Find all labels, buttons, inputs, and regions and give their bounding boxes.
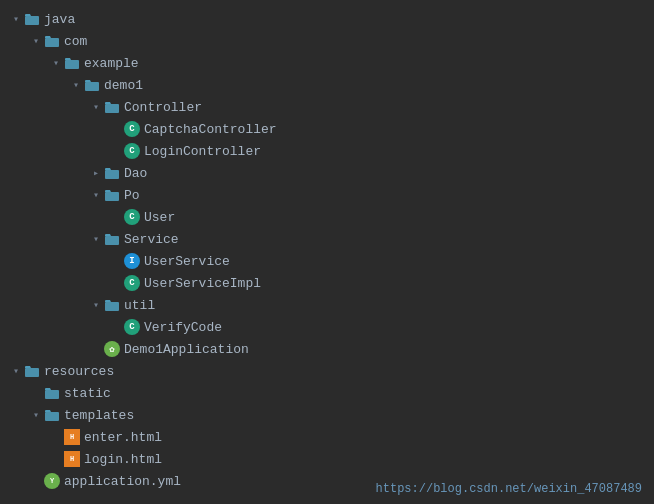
tree-item-User[interactable]: C User xyxy=(0,206,654,228)
item-label-container: H enter.html xyxy=(64,429,162,445)
item-label-container: H login.html xyxy=(64,451,162,467)
tree-item-Dao[interactable]: Dao xyxy=(0,162,654,184)
expand-arrow xyxy=(88,99,104,115)
tree-item-Service[interactable]: Service xyxy=(0,228,654,250)
item-label-container: java xyxy=(24,11,75,27)
tree-item-login.html[interactable]: H login.html xyxy=(0,448,654,470)
tree-item-Po[interactable]: Po xyxy=(0,184,654,206)
no-arrow xyxy=(28,473,44,489)
spring-icon: ✿ xyxy=(104,341,120,357)
svg-rect-11 xyxy=(45,412,59,421)
tree-item-example[interactable]: example xyxy=(0,52,654,74)
svg-rect-3 xyxy=(85,82,99,91)
no-arrow xyxy=(108,121,124,137)
tree-item-com[interactable]: com xyxy=(0,30,654,52)
no-arrow xyxy=(48,429,64,445)
no-arrow xyxy=(108,319,124,335)
item-label-container: templates xyxy=(44,407,134,423)
item-text: CaptchaController xyxy=(144,122,277,137)
folder-icon xyxy=(84,77,100,93)
tree-item-templates[interactable]: templates xyxy=(0,404,654,426)
item-label-container: C User xyxy=(124,209,175,225)
no-arrow xyxy=(88,341,104,357)
file-tree: java com example demo1 xyxy=(0,0,654,500)
item-text: User xyxy=(144,210,175,225)
item-label-container: Service xyxy=(104,231,179,247)
tree-item-LoginController[interactable]: C LoginController xyxy=(0,140,654,162)
item-text: templates xyxy=(64,408,134,423)
expand-arrow xyxy=(28,407,44,423)
item-text: UserService xyxy=(144,254,230,269)
no-arrow xyxy=(108,143,124,159)
svg-rect-7 xyxy=(105,236,119,245)
class-icon: C xyxy=(124,143,140,159)
tree-item-enter.html[interactable]: H enter.html xyxy=(0,426,654,448)
svg-rect-1 xyxy=(45,38,59,47)
svg-rect-0 xyxy=(25,16,39,25)
item-text: Service xyxy=(124,232,179,247)
interface-icon: I xyxy=(124,253,140,269)
item-label-container: C CaptchaController xyxy=(124,121,277,137)
tree-item-UserService[interactable]: I UserService xyxy=(0,250,654,272)
tree-item-UserServiceImpl[interactable]: C UserServiceImpl xyxy=(0,272,654,294)
tree-item-CaptchaController[interactable]: C CaptchaController xyxy=(0,118,654,140)
html-icon: H xyxy=(64,451,80,467)
tree-item-java[interactable]: java xyxy=(0,8,654,30)
item-label-container: C VerifyCode xyxy=(124,319,222,335)
expand-arrow xyxy=(88,187,104,203)
tree-item-Demo1Application[interactable]: ✿ Demo1Application xyxy=(0,338,654,360)
folder-icon xyxy=(104,165,120,181)
item-text: resources xyxy=(44,364,114,379)
yaml-icon: Y xyxy=(44,473,60,489)
footer-link[interactable]: https://blog.csdn.net/weixin_47087489 xyxy=(376,482,642,496)
svg-rect-5 xyxy=(105,170,119,179)
expand-arrow xyxy=(8,11,24,27)
item-label-container: static xyxy=(44,385,111,401)
svg-rect-8 xyxy=(105,302,119,311)
expand-arrow xyxy=(28,33,44,49)
expand-arrow xyxy=(48,55,64,71)
tree-item-static[interactable]: static xyxy=(0,382,654,404)
item-label-container: example xyxy=(64,55,139,71)
class-icon: C xyxy=(124,209,140,225)
svg-rect-4 xyxy=(105,104,119,113)
tree-item-demo1[interactable]: demo1 xyxy=(0,74,654,96)
item-label-container: Y application.yml xyxy=(44,473,181,489)
folder-icon xyxy=(44,33,60,49)
folder-icon xyxy=(44,407,60,423)
folder-icon xyxy=(104,297,120,313)
item-label-container: ✿ Demo1Application xyxy=(104,341,249,357)
folder-icon xyxy=(44,385,60,401)
item-label-container: resources xyxy=(24,363,114,379)
item-label-container: com xyxy=(44,33,87,49)
no-arrow xyxy=(48,451,64,467)
tree-item-VerifyCode[interactable]: C VerifyCode xyxy=(0,316,654,338)
item-text: login.html xyxy=(84,452,162,467)
folder-icon xyxy=(24,11,40,27)
expand-arrow xyxy=(68,77,84,93)
html-icon: H xyxy=(64,429,80,445)
svg-rect-10 xyxy=(45,390,59,399)
item-text: Controller xyxy=(124,100,202,115)
item-label-container: I UserService xyxy=(124,253,230,269)
item-text: demo1 xyxy=(104,78,143,93)
no-arrow xyxy=(108,275,124,291)
item-label-container: Controller xyxy=(104,99,202,115)
tree-item-util[interactable]: util xyxy=(0,294,654,316)
item-text: VerifyCode xyxy=(144,320,222,335)
folder-icon xyxy=(64,55,80,71)
expand-arrow xyxy=(88,297,104,313)
item-text: util xyxy=(124,298,155,313)
item-text: enter.html xyxy=(84,430,162,445)
tree-item-resources[interactable]: resources xyxy=(0,360,654,382)
class-icon: C xyxy=(124,319,140,335)
item-label-container: Dao xyxy=(104,165,147,181)
class-icon: C xyxy=(124,121,140,137)
svg-rect-9 xyxy=(25,368,39,377)
item-text: Dao xyxy=(124,166,147,181)
expand-arrow xyxy=(88,231,104,247)
item-text: Demo1Application xyxy=(124,342,249,357)
tree-item-Controller[interactable]: Controller xyxy=(0,96,654,118)
expand-arrow xyxy=(8,363,24,379)
item-text: LoginController xyxy=(144,144,261,159)
